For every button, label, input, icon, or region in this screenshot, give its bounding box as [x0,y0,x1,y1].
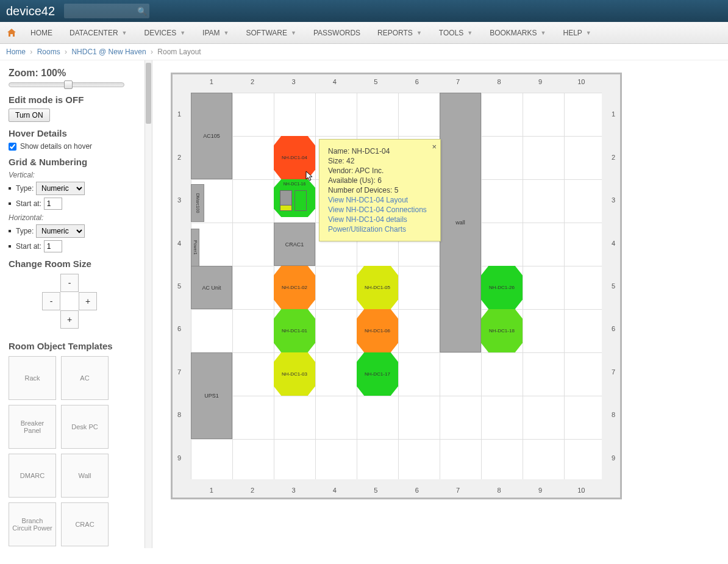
zoom-slider[interactable] [9,82,124,87]
horizontal-type-label: Type: [16,227,34,235]
home-icon[interactable] [6,27,17,38]
grid-inner[interactable]: AC105 DMarc100 Power1 CRAC1 AC Unit UPS1… [191,93,602,479]
rack-nh-dc1-17[interactable]: NH-DC1-17 [357,352,398,396]
tooltip-name-value: NH-DC1-04 [352,147,390,155]
breadcrumb-home[interactable]: Home [6,48,26,56]
grid-label: 3 [177,179,181,221]
grid-label: 1 [612,93,615,135]
rack-nh-dc1-03[interactable]: NH-DC1-03 [274,352,315,396]
rack-nh-dc1-01[interactable]: NH-DC1-01 [274,309,315,352]
rack-nh-dc1-26[interactable]: NH-DC1-26 [481,266,523,309]
chevron-down-icon: ▼ [180,30,185,36]
header-bar: device42 🔍 [0,0,728,22]
breadcrumb-room[interactable]: NHDC1 @ New Haven [71,48,146,56]
template-desk-pc[interactable]: Desk PC [61,405,109,449]
tooltip-devices-value: 5 [394,186,399,195]
hover-details-heading: Hover Details [9,128,143,138]
object-dmarc[interactable]: DMarc100 [191,184,204,222]
tooltip-avail-value: 6 [377,176,382,185]
grid-label: 8 [612,393,615,436]
template-rack[interactable]: Rack [9,356,56,400]
nav-devices[interactable]: DEVICES▼ [135,29,194,37]
rack-nh-dc1-02[interactable]: NH-DC1-02 [274,266,315,309]
search-input[interactable] [64,4,149,18]
nav-software[interactable]: SOFTWARE▼ [237,29,304,37]
grid-label: 4 [314,487,355,494]
nav-reports[interactable]: REPORTS▼ [369,29,430,37]
sidebar-scrollbar[interactable] [145,60,152,548]
grid-label: 10 [561,487,602,494]
room-grid[interactable]: 12345678910 12345678910 123456789 123456… [171,73,622,499]
rack-nh-dc1-16[interactable]: NH-DC1-16 [274,179,315,217]
object-ups[interactable]: UPS1 [191,352,232,439]
breadcrumb: Home › Rooms › NHDC1 @ New Haven › Room … [0,44,728,60]
rack-nh-dc1-04[interactable]: NH-DC1-04 [274,136,315,179]
template-dmarc[interactable]: DMARC [9,454,56,498]
rack-nh-dc1-06[interactable]: NH-DC1-06 [357,309,398,352]
nav-datacenter[interactable]: DATACENTER▼ [61,29,135,37]
tooltip-link-connections[interactable]: View NH-DC1-04 Connections [328,205,432,214]
hover-checkbox[interactable] [9,143,16,151]
grid-label: 7 [437,78,478,85]
size-top-button[interactable]: - [60,274,79,292]
vertical-start-input[interactable] [44,198,62,210]
nav-bookmarks[interactable]: BOOKMARKS▼ [481,29,554,37]
horizontal-start-input[interactable] [44,240,62,252]
zoom-slider-thumb[interactable] [64,80,73,89]
object-crac[interactable]: CRAC1 [274,223,315,266]
rack-nh-dc1-05[interactable]: NH-DC1-05 [357,266,398,309]
size-right-button[interactable]: + [79,292,97,310]
template-crac[interactable]: CRAC [61,502,109,546]
sidebar-scrollbar-thumb[interactable] [146,63,151,124]
grid-label: 1 [177,93,181,135]
breadcrumb-rooms[interactable]: Rooms [37,48,60,56]
object-ac105[interactable]: AC105 [191,93,232,179]
nav-help[interactable]: HELP▼ [554,29,599,37]
nav-tools[interactable]: TOOLS▼ [430,29,481,37]
change-room-size-heading: Change Room Size [9,259,143,269]
template-branch-circuit-power[interactable]: Branch Circuit Power [9,502,56,546]
template-wall[interactable]: Wall [61,454,109,498]
breadcrumb-sep: › [65,48,67,56]
grid-label: 2 [232,78,273,85]
tooltip-vendor-value: APC Inc. [355,166,384,175]
grid-label: 5 [177,265,181,307]
grid-label: 1 [191,78,232,85]
tooltip-close-icon[interactable]: × [432,142,437,151]
size-left-button[interactable]: - [42,292,60,310]
grid-label: 5 [355,78,396,85]
template-ac[interactable]: AC [61,356,109,400]
object-power[interactable]: Power1 [191,229,199,266]
grid-label: 5 [355,487,396,494]
nav-home[interactable]: HOME [22,29,61,37]
grid-label: 9 [519,487,560,494]
size-bottom-button[interactable]: + [60,310,79,329]
horizontal-subheading: Horizontal: [9,213,143,222]
grid-label: 2 [612,135,615,178]
vertical-type-select[interactable]: Numeric [36,182,85,195]
grid-label: 9 [177,437,181,479]
grid-numbering-heading: Grid & Numbering [9,157,143,167]
grid-label: 8 [479,487,519,494]
tooltip-link-layout[interactable]: View NH-DC1-04 Layout [328,196,432,204]
template-breaker-panel[interactable]: Breaker Panel [9,405,56,449]
rack-nh-dc1-18[interactable]: NH-DC1-18 [481,309,523,352]
app-logo[interactable]: device42 [6,4,55,18]
tooltip-link-power[interactable]: Power/Utilization Charts [328,225,432,234]
grid-label: 6 [177,307,181,350]
breadcrumb-current: Room Layout [157,48,201,56]
turn-on-button[interactable]: Turn ON [9,109,50,122]
object-wall[interactable]: wall [440,93,481,352]
grid-label: 3 [612,179,615,221]
tooltip-link-details[interactable]: View NH-DC1-04 details [328,215,432,224]
main-canvas: 12345678910 12345678910 123456789 123456… [152,60,728,548]
object-acunit[interactable]: AC Unit [191,266,232,309]
grid-label: 4 [177,221,181,264]
horizontal-type-select[interactable]: Numeric [36,224,85,238]
grid-label: 9 [612,437,615,479]
vertical-type-label: Type: [16,184,34,193]
grid-label: 7 [612,351,615,393]
nav-ipam[interactable]: IPAM▼ [194,29,237,37]
chevron-down-icon: ▼ [541,30,546,36]
nav-passwords[interactable]: PASSWORDS [305,29,369,37]
